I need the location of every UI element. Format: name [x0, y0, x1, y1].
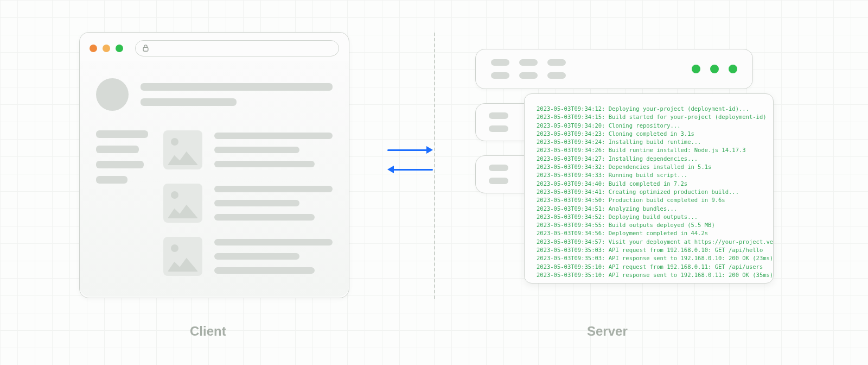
client-server-divider [434, 33, 435, 299]
skeleton-line [214, 133, 333, 139]
terminal-line: 2023-05-03T09:35:10: API response sent t… [537, 271, 762, 279]
terminal-line: 2023-05-03T09:34:26: Build runtime insta… [537, 146, 762, 154]
traffic-light-zoom-icon [116, 45, 123, 52]
terminal-line: 2023-05-03T09:34:56: Deployment complete… [537, 229, 762, 237]
skeleton-line [96, 161, 144, 168]
status-dot-icon [729, 65, 737, 73]
terminal-line: 2023-05-03T09:34:12: Deploying your-proj… [537, 105, 762, 113]
terminal-line: 2023-05-03T09:34:50: Production build co… [537, 196, 762, 204]
terminal-line: 2023-05-03T09:34:57: Visit your deployme… [537, 238, 762, 246]
skeleton-pill [489, 125, 508, 132]
terminal-line: 2023-05-03T09:34:55: Build outputs deplo… [537, 221, 762, 229]
terminal-line: 2023-05-03T09:34:15: Build started for y… [537, 113, 762, 121]
list-item [163, 130, 333, 169]
server-terminal: 2023-05-03T09:34:12: Deploying your-proj… [524, 93, 774, 284]
terminal-line: 2023-05-03T09:34:24: Installing build ru… [537, 138, 762, 146]
skeleton-line [214, 239, 333, 246]
skeleton-pill [489, 178, 508, 184]
client-label: Client [190, 324, 226, 339]
terminal-line: 2023-05-03T09:34:40: Build completed in … [537, 180, 762, 188]
skeleton-line [141, 83, 333, 91]
image-placeholder-icon [163, 130, 202, 169]
skeleton-line [96, 176, 127, 184]
sidebar-skeleton [96, 130, 148, 276]
status-dot-icon [692, 65, 700, 73]
skeleton-pill [547, 59, 566, 66]
skeleton-line [214, 186, 333, 192]
image-placeholder-icon [163, 237, 202, 276]
terminal-line: 2023-05-03T09:34:32: Dependencies instal… [537, 163, 762, 171]
terminal-line: 2023-05-03T09:35:03: API response sent t… [537, 254, 762, 262]
skeleton-pill [489, 165, 508, 171]
browser-chrome [80, 33, 349, 61]
terminal-line: 2023-05-03T09:34:51: Analyzing bundles..… [537, 205, 762, 213]
skeleton-line [96, 146, 139, 153]
skeleton-pill [519, 72, 538, 79]
terminal-line: 2023-05-03T09:34:27: Installing dependen… [537, 155, 762, 163]
svg-rect-0 [143, 47, 148, 51]
server-node [475, 49, 753, 89]
arrow-response [387, 163, 433, 175]
traffic-light-minimize-icon [103, 45, 110, 52]
skeleton-pill [491, 59, 509, 66]
avatar [96, 78, 129, 111]
content-list [163, 130, 333, 276]
arrow-request [387, 144, 433, 156]
list-item [163, 237, 333, 276]
skeleton-pill [489, 112, 508, 119]
skeleton-pill [519, 59, 538, 66]
skeleton-line [214, 147, 299, 153]
skeleton-pill [491, 72, 509, 79]
skeleton-line [214, 267, 315, 274]
server-label: Server [587, 324, 628, 339]
browser-body [80, 61, 349, 297]
skeleton-line [214, 214, 315, 221]
traffic-lights [90, 45, 123, 52]
skeleton-line [141, 98, 237, 106]
terminal-line: 2023-05-03T09:34:41: Creating optimized … [537, 188, 762, 196]
terminal-line: 2023-05-03T09:35:10: API request from 19… [537, 263, 762, 271]
skeleton-pill [547, 72, 566, 79]
skeleton-line [214, 161, 315, 167]
terminal-line: 2023-05-03T09:34:33: Running build scrip… [537, 171, 762, 179]
client-browser-window [79, 32, 349, 298]
terminal-line: 2023-05-03T09:34:52: Deploying build out… [537, 213, 762, 221]
image-placeholder-icon [163, 184, 202, 223]
lock-icon [142, 45, 149, 52]
url-bar[interactable] [135, 40, 339, 56]
traffic-light-close-icon [90, 45, 97, 52]
skeleton-line [214, 200, 299, 206]
terminal-line: 2023-05-03T09:34:23: Cloning completed i… [537, 130, 762, 138]
terminal-line: 2023-05-03T09:35:03: API request from 19… [537, 246, 762, 254]
request-response-arrows [387, 144, 433, 183]
profile-header [96, 78, 333, 111]
skeleton-line [214, 253, 299, 260]
terminal-line: 2023-05-03T09:34:20: Cloning repository.… [537, 122, 762, 130]
list-item [163, 184, 333, 223]
status-dot-icon [710, 65, 719, 73]
skeleton-line [96, 130, 148, 138]
